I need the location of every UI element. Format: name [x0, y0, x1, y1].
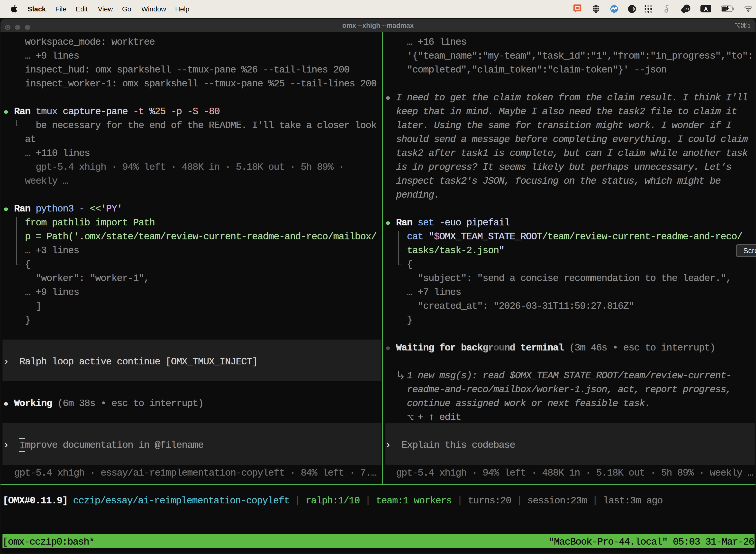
svg-text:A: A: [704, 6, 707, 12]
svg-text:1: 1: [748, 23, 751, 29]
svg-text:..61: ..61: [684, 7, 689, 11]
